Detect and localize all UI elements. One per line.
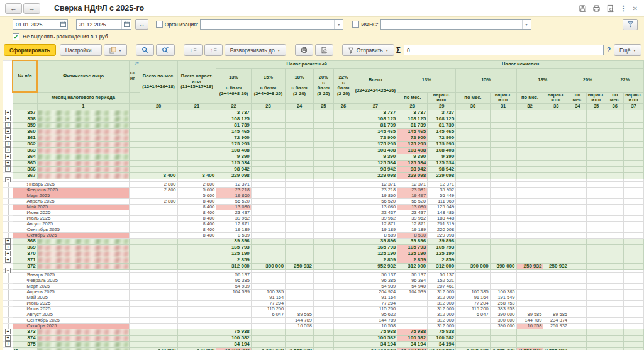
value-cell[interactable] [569,122,587,128]
person-name-blurred[interactable] [37,128,129,135]
value-cell[interactable] [624,135,644,141]
value-cell[interactable] [333,323,353,329]
value-cell[interactable] [333,172,353,179]
value-cell[interactable]: 144 789 [516,317,543,323]
person-name-blurred[interactable] [37,257,129,263]
value-cell[interactable] [569,110,587,116]
value-cell[interactable]: 108 125 [216,116,252,122]
expand-icon[interactable]: + [5,128,11,134]
value-cell[interactable]: 98 942 [428,166,456,172]
value-cell[interactable]: 4 485 430 [456,347,490,350]
value-cell[interactable] [333,227,353,232]
value-cell[interactable] [569,141,587,147]
value-cell[interactable] [586,341,606,347]
value-cell[interactable]: 43 144 653 [353,347,397,350]
value-cell[interactable] [490,116,516,122]
value-cell[interactable]: 9 390 [397,154,428,160]
value-cell[interactable] [516,335,543,341]
value-cell[interactable] [286,232,314,238]
value-cell[interactable] [569,128,587,135]
value-cell[interactable] [490,278,516,283]
header-calc-col[interactable]: 22% с базы (2-20) [333,68,353,103]
value-cell[interactable] [177,329,216,335]
expander-cell[interactable]: + [3,166,13,172]
value-cell[interactable]: 125 534 [397,160,428,166]
value-cell[interactable] [456,135,490,141]
value-cell[interactable] [314,257,334,263]
value-cell[interactable] [333,289,353,295]
value-cell[interactable] [624,116,644,122]
value-cell[interactable] [333,329,353,335]
print-icon[interactable] [592,4,601,13]
value-cell[interactable]: 3 555 948 [543,347,569,350]
value-cell[interactable] [543,335,569,341]
person-name-blurred[interactable] [37,166,129,172]
value-cell[interactable] [516,283,543,289]
expand-icon[interactable]: + [5,341,11,347]
row-number[interactable]: 375 [13,341,37,347]
value-cell[interactable] [177,257,216,263]
value-cell[interactable] [490,110,516,116]
value-cell[interactable] [456,147,490,154]
value-cell[interactable] [333,244,353,251]
value-cell[interactable] [624,122,644,128]
value-cell[interactable] [177,272,216,278]
value-cell[interactable]: 268 753 [490,300,516,306]
header-done-group[interactable]: Налог исчислен [397,60,644,68]
value-cell[interactable]: 91 164 [353,295,397,300]
value-cell[interactable]: 125 534 [428,160,456,166]
colnum[interactable]: 32 [516,103,543,110]
value-cell[interactable] [490,135,516,141]
expand-icon[interactable]: + [5,160,11,166]
value-cell[interactable] [177,312,216,317]
value-cell[interactable] [140,300,177,306]
header-done-rate[interactable]: 15% [456,68,516,92]
value-cell[interactable] [314,278,334,283]
value-cell[interactable] [286,141,314,147]
value-cell[interactable] [543,187,569,193]
value-cell[interactable] [286,187,314,193]
value-cell[interactable] [586,283,606,289]
value-cell[interactable]: 125 049 [428,204,456,210]
value-cell[interactable]: 72 900 [353,135,397,141]
row-number[interactable]: 361 [13,135,37,141]
header-sub-cum[interactable]: нараст. итог [543,92,569,103]
value-cell[interactable] [490,210,516,215]
value-cell[interactable] [286,160,314,166]
value-cell[interactable]: 115 200 [456,306,490,312]
value-cell[interactable] [333,215,353,221]
value-cell[interactable]: 6 047 [456,312,490,317]
value-cell[interactable] [314,232,334,238]
value-cell[interactable] [606,172,624,179]
value-cell[interactable] [286,300,314,306]
value-cell[interactable]: 312 000 [428,289,456,295]
value-cell[interactable] [516,244,543,251]
value-cell[interactable] [543,289,569,295]
nodiff-checkbox[interactable]: ✓ [13,33,19,40]
forward-button[interactable]: → [23,3,40,14]
value-cell[interactable] [397,317,428,323]
value-cell[interactable] [251,122,285,128]
value-cell[interactable] [586,187,606,193]
value-cell[interactable]: 165 793 [397,244,428,251]
value-cell[interactable]: 390 000 [490,263,516,269]
value-cell[interactable]: 229 098 [353,172,397,179]
value-cell[interactable]: 108 408 [397,147,428,154]
value-cell[interactable] [286,227,314,232]
colnum[interactable]: 30 [456,103,490,110]
value-cell[interactable] [456,227,490,232]
value-cell[interactable] [177,317,216,323]
value-cell[interactable] [543,283,569,289]
month-label[interactable]: Август 2025 [13,312,129,317]
value-cell[interactable] [606,257,624,263]
value-cell[interactable]: 77 204 [456,300,490,306]
value-cell[interactable]: 19 189 [353,227,397,232]
value-cell[interactable] [543,300,569,306]
date-to-field[interactable]: 31.12.2025 [76,19,131,30]
value-cell[interactable]: 250 932 [516,263,543,269]
expand-icon[interactable]: + [5,329,11,334]
value-cell[interactable] [624,306,644,312]
row-number[interactable]: 366 [13,166,37,172]
person-name-blurred[interactable] [37,160,129,166]
value-cell[interactable] [314,193,334,198]
